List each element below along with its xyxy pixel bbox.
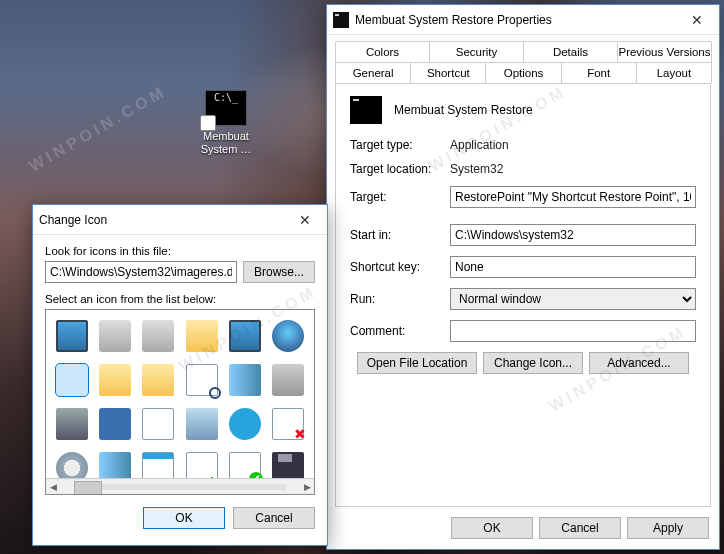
desktop-shortcut-label: Membuat System … [188, 130, 264, 156]
ok-button[interactable]: OK [451, 517, 533, 539]
select-icon-label: Select an icon from the list below: [45, 293, 315, 305]
cmd-icon [333, 12, 349, 28]
apply-button[interactable]: Apply [627, 517, 709, 539]
run-select[interactable]: Normal window [450, 288, 696, 310]
change-icon-dialog: Change Icon ✕ Look for icons in this fil… [32, 204, 328, 546]
tab-layout[interactable]: Layout [636, 62, 712, 83]
label-target-location: Target location: [350, 162, 450, 176]
icon-path-input[interactable] [45, 261, 237, 283]
icon-option-del[interactable] [272, 408, 304, 440]
close-icon[interactable]: ✕ [283, 205, 327, 235]
value-target-type: Application [450, 138, 696, 152]
tab-security[interactable]: Security [429, 41, 524, 62]
look-for-icons-label: Look for icons in this file: [45, 245, 315, 257]
tab-options[interactable]: Options [485, 62, 561, 83]
icon-option-help[interactable] [229, 408, 261, 440]
cancel-button[interactable]: Cancel [233, 507, 315, 529]
open-file-location-button[interactable]: Open File Location [357, 352, 477, 374]
target-input[interactable] [450, 186, 696, 208]
icon-option-net[interactable] [272, 320, 304, 352]
icon-option-lib[interactable] [229, 364, 261, 396]
icon-option-screen[interactable] [229, 320, 261, 352]
icon-option-glass[interactable] [186, 364, 218, 396]
start-in-input[interactable] [450, 224, 696, 246]
icon-option-doc[interactable] [142, 408, 174, 440]
properties-titlebar[interactable]: Membuat System Restore Properties ✕ [327, 5, 719, 35]
icon-option-chip[interactable] [56, 408, 88, 440]
label-target: Target: [350, 190, 450, 204]
change-icon-titlebar[interactable]: Change Icon ✕ [33, 205, 327, 235]
tab-shortcut[interactable]: Shortcut [410, 62, 486, 83]
tab-details[interactable]: Details [523, 41, 618, 62]
horizontal-scrollbar[interactable]: ◀ ▶ [46, 478, 314, 494]
tab-panel-shortcut: Membuat System Restore Target type: Appl… [335, 83, 711, 507]
close-icon[interactable]: ✕ [675, 5, 719, 35]
cancel-button[interactable]: Cancel [539, 517, 621, 539]
shortcut-key-input[interactable] [450, 256, 696, 278]
icon-option-shield[interactable] [56, 364, 88, 396]
cmd-icon: C:\_ [205, 90, 247, 126]
icon-option-drive[interactable] [99, 320, 131, 352]
icon-option-merge[interactable] [186, 408, 218, 440]
label-target-type: Target type: [350, 138, 450, 152]
comment-input[interactable] [450, 320, 696, 342]
tab-previous-versions[interactable]: Previous Versions [617, 41, 712, 62]
icon-option-folder[interactable] [186, 320, 218, 352]
label-shortcut-key: Shortcut key: [350, 260, 450, 274]
change-icon-title: Change Icon [39, 213, 107, 227]
scroll-right-icon[interactable]: ▶ [300, 482, 314, 492]
scroll-left-icon[interactable]: ◀ [46, 482, 60, 492]
tab-colors[interactable]: Colors [335, 41, 430, 62]
icon-option-folder[interactable] [99, 364, 131, 396]
change-icon-button[interactable]: Change Icon... [483, 352, 583, 374]
cmd-prompt-text: C:\_ [206, 91, 246, 105]
label-run: Run: [350, 292, 450, 306]
value-target-location: System32 [450, 162, 696, 176]
shortcut-name: Membuat System Restore [394, 103, 533, 117]
tab-font[interactable]: Font [561, 62, 637, 83]
icon-option-folder[interactable] [142, 364, 174, 396]
icon-option-screen[interactable] [56, 320, 88, 352]
icon-option-drive[interactable] [142, 320, 174, 352]
properties-dialog: Membuat System Restore Properties ✕ Colo… [326, 4, 720, 550]
label-comment: Comment: [350, 324, 450, 338]
browse-button[interactable]: Browse... [243, 261, 315, 283]
properties-title: Membuat System Restore Properties [355, 13, 552, 27]
label-start-in: Start in: [350, 228, 450, 242]
tab-general[interactable]: General [335, 62, 411, 83]
icon-list[interactable]: ◀ ▶ [45, 309, 315, 495]
ok-button[interactable]: OK [143, 507, 225, 529]
icon-option-print[interactable] [272, 364, 304, 396]
icon-option-puzzle[interactable] [99, 408, 131, 440]
advanced-button[interactable]: Advanced... [589, 352, 689, 374]
desktop-shortcut[interactable]: C:\_ Membuat System … [188, 90, 264, 156]
cmd-icon [350, 96, 382, 124]
